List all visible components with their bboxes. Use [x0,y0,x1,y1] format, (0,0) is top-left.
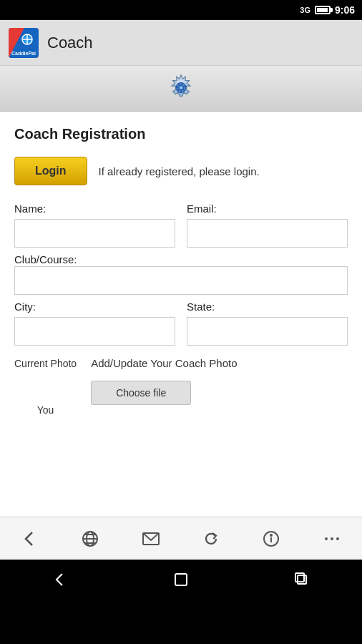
nav-bar [0,517,362,560]
svg-point-8 [180,86,183,89]
photo-row: Current Photo You Add/Update Your Coach … [14,357,348,416]
login-description: If already registered, please login. [99,164,260,179]
email-group: Email: [187,203,348,248]
android-home-button[interactable] [167,565,195,594]
email-label: Email: [187,203,348,215]
app-logo: CaddiePal [9,28,39,58]
android-recents-button[interactable] [288,565,316,594]
add-photo-label: Add/Update Your Coach Photo [91,357,348,369]
system-bar [0,560,362,600]
club-course-input[interactable] [14,266,348,295]
current-photo-label: Current Photo [14,357,77,370]
svg-point-18 [325,537,328,540]
svg-point-17 [270,535,272,536]
main-content: Coach Registration Login If already regi… [0,112,362,517]
svg-text:CaddiePal: CaddiePal [11,51,36,56]
city-state-row: City: State: [14,301,348,346]
city-input[interactable] [14,317,175,346]
clock: 9:06 [335,4,355,16]
app-header: CaddiePal Coach [0,20,362,66]
name-label: Name: [14,203,175,215]
page-title: Coach Registration [14,126,348,142]
refresh-nav-button[interactable] [197,525,225,553]
mail-nav-button[interactable] [137,525,165,553]
club-course-label: Club/Course: [14,253,77,265]
svg-point-19 [331,537,333,540]
club-course-row: Club/Course: [14,253,348,295]
svg-point-20 [336,537,339,540]
back-nav-button[interactable] [16,525,44,553]
more-nav-button[interactable] [318,525,346,553]
name-input[interactable] [14,219,175,248]
name-group: Name: [14,203,175,248]
app-title: Coach [47,34,93,52]
you-label: You [14,404,77,416]
signal-indicator: 3G [300,6,310,14]
city-group: City: [14,301,175,346]
android-back-button[interactable] [46,565,74,594]
svg-rect-21 [175,574,187,585]
email-input[interactable] [187,219,348,248]
globe-nav-button[interactable] [76,525,104,553]
login-row: Login If already registered, please logi… [14,157,348,185]
state-input[interactable] [187,317,348,346]
battery-icon [315,6,331,14]
svg-rect-23 [295,573,304,582]
choose-file-button[interactable]: Choose file [91,381,191,405]
photo-labels: Current Photo You [14,357,77,416]
info-nav-button[interactable] [257,525,285,553]
name-email-row: Name: Email: [14,203,348,248]
city-label: City: [14,301,175,313]
state-group: State: [187,301,348,346]
svg-rect-22 [298,575,306,584]
status-bar: 3G 9:06 [0,0,362,20]
state-label: State: [187,301,348,313]
gear-icon [165,72,197,105]
photo-controls: Add/Update Your Coach Photo Choose file [91,357,348,405]
login-button[interactable]: Login [14,157,87,185]
sub-header [0,66,362,112]
